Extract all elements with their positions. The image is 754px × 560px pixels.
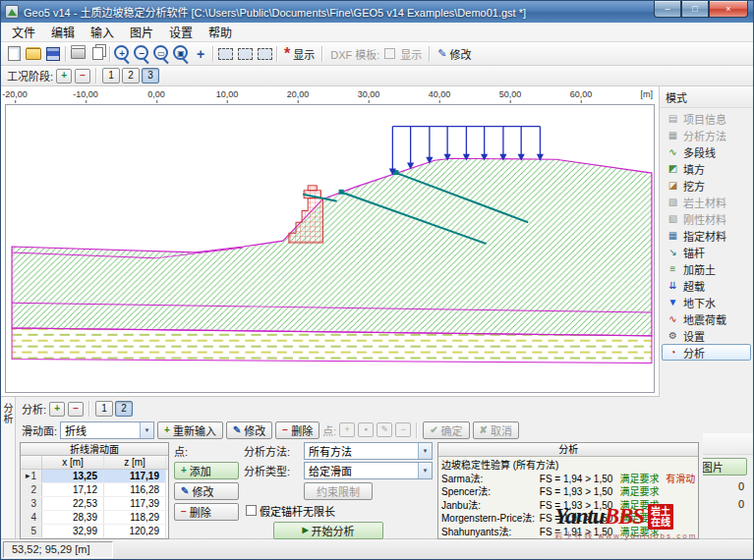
sidebar-item[interactable]: ▨ 岩土材料 xyxy=(662,194,751,210)
add-stage-button[interactable]: + xyxy=(56,69,72,84)
sidebar-item[interactable]: ⚙ 设置 xyxy=(662,327,751,344)
analysis-runs-bar: 分析: + − 12 xyxy=(20,399,699,419)
confirm-button: ✔ 确定 xyxy=(423,421,469,439)
table-row[interactable]: 1 13,25 117,19 xyxy=(21,470,168,483)
sidebar-item[interactable]: ∿ 地震荷载 xyxy=(662,310,751,327)
zoom-out-icon[interactable]: − xyxy=(132,44,151,64)
pan-view-icon[interactable]: + xyxy=(191,44,210,64)
add-point-button[interactable]: + 添加 xyxy=(174,462,239,479)
dropdown-arrow-icon: ▼ xyxy=(418,443,432,459)
stage-button[interactable]: 3 xyxy=(142,68,159,84)
analysis-method-select[interactable]: 所有方法 ▼ xyxy=(304,442,433,460)
menu-item[interactable]: 设置 xyxy=(161,22,201,42)
results-panel: 分析 边坡稳定性验算 (所有方法) Sarma法: FS = 1,94 > 1,… xyxy=(437,442,699,539)
start-analysis-button[interactable]: ▶ 开始分析 xyxy=(273,522,383,539)
slip-points-table: 折线滑动面 x [m] z [m] 1 13,25 117 xyxy=(20,442,169,539)
table-row[interactable]: 3 22,53 117,39 xyxy=(21,497,168,511)
drawing-area[interactable]: -20,00-10,000,0010,0020,0030,0040,0050,0… xyxy=(1,86,659,396)
ruler-tick: 20,00 xyxy=(287,89,310,99)
modify-surface-button[interactable]: ✎ 修改 xyxy=(226,421,272,439)
point-edit-button: ✎ xyxy=(377,422,392,437)
anchors-infinite-checkbox[interactable] xyxy=(246,505,257,516)
remove-stage-button[interactable]: − xyxy=(75,69,90,84)
menu-item[interactable]: 图片 xyxy=(122,22,161,42)
table-header: x [m] z [m] xyxy=(21,456,168,470)
analysis-type-select[interactable]: 给定滑面 ▼ xyxy=(304,462,433,479)
titlebar: Geo5 v14 - 土质边坡稳定分析软件 [C:\Users\Public\D… xyxy=(1,1,753,23)
analysis-run-button[interactable]: 2 xyxy=(115,401,133,417)
menu-item[interactable]: 文件 xyxy=(4,22,43,42)
zoom-in-icon[interactable]: + xyxy=(112,44,132,64)
analysis-frame-tab[interactable]: 分析 xyxy=(1,397,16,538)
page-frame-icon[interactable] xyxy=(235,44,255,64)
maximize-button[interactable]: □ xyxy=(681,1,709,18)
delete-point-button[interactable]: − 删除 xyxy=(174,503,239,521)
minus-icon: − xyxy=(181,507,187,517)
point-remove-button: − xyxy=(395,422,411,437)
sidebar-item[interactable]: ◩ 填方 xyxy=(662,160,751,177)
minimize-button[interactable]: – xyxy=(654,1,681,18)
reinput-surface-button[interactable]: + 重新输入 xyxy=(157,421,223,439)
cross-icon: ✘ xyxy=(480,425,488,435)
point-insert-button: ▪ xyxy=(358,422,374,437)
analysis-run-button[interactable]: 1 xyxy=(95,401,113,417)
menu-item[interactable]: 编辑 xyxy=(43,22,83,42)
point-edit-panel: 点: + 添加 ✎ 修改 − 删除 xyxy=(174,442,239,539)
sidebar-item[interactable]: ∿ 多段线 xyxy=(662,143,751,160)
save-file-icon[interactable] xyxy=(43,44,63,64)
display-settings-button[interactable]: * 显示 xyxy=(279,44,319,64)
stage-button[interactable]: 1 xyxy=(102,68,120,84)
menu-item[interactable]: 输入 xyxy=(83,22,122,42)
stage-bar: 工况阶段: + − 123 xyxy=(1,66,753,86)
result-row: Morgenstern-Price法: FS = 1,91 > 1,50 满足要… xyxy=(441,512,695,526)
toolbar-icon xyxy=(274,44,279,64)
sidebar-item[interactable]: ▤ 项目信息 xyxy=(662,110,751,127)
new-file-icon[interactable] xyxy=(4,44,24,64)
sidebar-item[interactable]: ↘ 锚杆 xyxy=(662,244,751,260)
embankment-icon: ◩ xyxy=(667,163,679,174)
main-toolbar: +−▭▣+ * 显示 DXF 模板: 显示 ✎ 修改 xyxy=(1,42,753,66)
dxf-template-label: DXF 模板: xyxy=(325,44,384,64)
add-analysis-button[interactable]: + xyxy=(49,402,65,417)
sidebar-item[interactable]: ▦ 分析方法 xyxy=(662,127,751,143)
settings-icon: ⚙ xyxy=(667,330,679,341)
ruler-tick: 0,00 xyxy=(147,89,165,99)
menu-item[interactable]: 帮助 xyxy=(201,22,240,42)
sidebar-item[interactable]: ≡ 加筋土 xyxy=(662,260,751,277)
table-row[interactable]: 4 28,39 118,29 xyxy=(21,511,168,525)
modify-template-button[interactable]: ✎ 修改 xyxy=(433,44,476,64)
close-button[interactable]: × xyxy=(709,1,748,18)
sidebar-item[interactable]: ▦ 指定材料 xyxy=(662,227,751,244)
print-icon[interactable] xyxy=(68,44,87,64)
sidebar-item[interactable]: ⇊ 超载 xyxy=(662,277,751,294)
remove-analysis-button[interactable]: − xyxy=(68,402,84,417)
zoom-window-icon[interactable]: ▭ xyxy=(151,44,171,64)
sidebar-item[interactable]: ◔ 分析 xyxy=(662,344,751,361)
delete-surface-button[interactable]: − 删除 xyxy=(275,421,319,439)
zoom-extents-icon[interactable]: ▣ xyxy=(171,44,191,64)
result-row: Shahunyants法: FS = 1,91 > 1,50 满足要求 xyxy=(441,526,695,539)
method-label: 分析方法: xyxy=(244,443,301,459)
results-header: 分析 xyxy=(438,443,698,457)
sidebar-item[interactable]: ◪ 挖方 xyxy=(662,177,751,194)
copy-picture-icon[interactable] xyxy=(87,44,107,64)
open-file-icon[interactable] xyxy=(24,44,43,64)
check-icon: ✔ xyxy=(430,425,437,435)
analysis-method-icon: ▦ xyxy=(667,130,679,140)
copy-frame-icon[interactable] xyxy=(255,44,274,64)
earthquake-icon: ∿ xyxy=(667,313,679,324)
sidebar-item[interactable]: ▧ 刚性材料 xyxy=(662,210,751,227)
dropdown-arrow-icon: ▼ xyxy=(418,463,432,478)
slip-surface-type-select[interactable]: 折线 ▼ xyxy=(60,421,154,439)
assign-soil-icon: ▦ xyxy=(667,230,679,241)
sidebar-item[interactable]: ▼ 地下水 xyxy=(662,294,751,310)
cancel-button: ✘ 取消 xyxy=(473,421,519,439)
stage-button[interactable]: 2 xyxy=(122,68,140,84)
project-info-icon: ▤ xyxy=(667,113,679,124)
model-canvas[interactable] xyxy=(5,104,655,393)
table-row[interactable]: 5 32,99 120,29 xyxy=(21,525,168,538)
table-row[interactable]: 2 17,12 116,28 xyxy=(21,483,168,497)
print-frame-icon[interactable] xyxy=(215,44,235,64)
modify-point-button[interactable]: ✎ 修改 xyxy=(174,482,239,500)
ruler-tick: 50,00 xyxy=(499,89,522,99)
